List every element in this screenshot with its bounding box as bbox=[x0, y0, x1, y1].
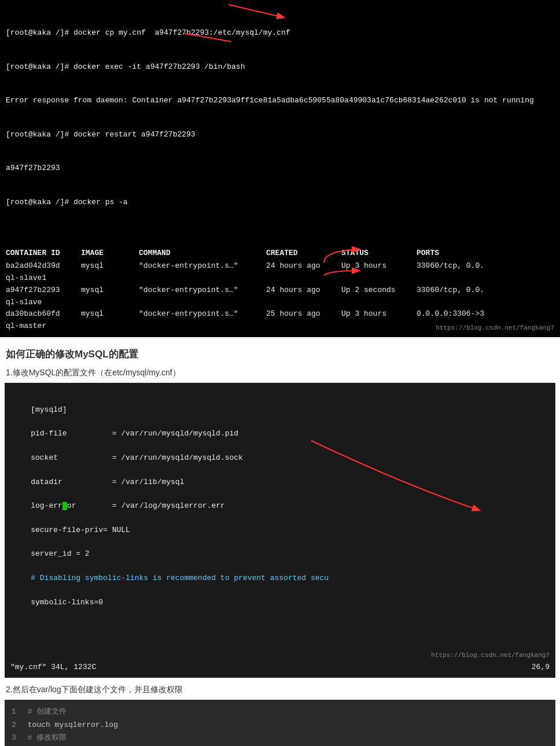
code-line-1: 1 # 创建文件 bbox=[5, 706, 555, 718]
docker-ps-table: CONTAINER ID IMAGE COMMAND CREATED STATU… bbox=[0, 246, 560, 338]
step1-label: 1.修改MySQL的配置文件（在etc/mysql/my.cnf） bbox=[6, 368, 554, 378]
section1-title: 如何正确的修改MySQL的配置 bbox=[6, 348, 554, 361]
line-num-3: 3 bbox=[5, 732, 23, 744]
code-table: 1 # 创建文件 2 touch mysqlerror.log 3 # 修改权限… bbox=[5, 706, 555, 746]
docker-watermark: https://blog.csdn.net/fangkang7 bbox=[436, 323, 554, 334]
vim-editor-container: [mysqld] pid-file = /var/run/mysqld/mysq… bbox=[5, 383, 555, 678]
terminal-line-6: [root@kaka /]# docker ps -a bbox=[6, 197, 554, 208]
vim-cursor-pos: 26,9 bbox=[532, 662, 550, 674]
step2-label: 2.然后在var/log下面创建这个文件，并且修改权限 bbox=[6, 685, 554, 695]
terminal-line-1: [root@kaka /]# docker cp my.cnf a947f27b… bbox=[6, 27, 554, 39]
docker-ps-header: CONTAINER ID IMAGE COMMAND CREATED STATU… bbox=[6, 248, 554, 261]
code-line-2: 2 touch mysqlerror.log bbox=[5, 719, 555, 732]
docker-row-1: ba2ad042d39d mysql "docker-entrypoint.s…… bbox=[6, 260, 554, 285]
vim-watermark: https://blog.csdn.net/fangkang7 bbox=[431, 651, 550, 661]
terminal-line-2: [root@kaka /]# docker exec -it a947f27b2… bbox=[6, 61, 554, 73]
line-num-2: 2 bbox=[5, 719, 23, 732]
code-block: 1 # 创建文件 2 touch mysqlerror.log 3 # 修改权限… bbox=[5, 700, 555, 746]
vim-status-line: "my.cnf" 34L, 1232C bbox=[10, 662, 96, 674]
terminal-line-3: Error response from daemon: Container a9… bbox=[6, 95, 554, 106]
terminal-line-4: [root@kaka /]# docker restart a947f27b22… bbox=[6, 129, 554, 141]
svg-line-0 bbox=[229, 5, 283, 17]
docker-row-2: a947f27b2293 mysql "docker-entrypoint.s…… bbox=[6, 285, 554, 309]
code-block-container: 1 # 创建文件 2 touch mysqlerror.log 3 # 修改权限… bbox=[5, 700, 555, 746]
terminal-line-5: a947f27b2293 bbox=[6, 163, 554, 174]
vim-cursor bbox=[62, 502, 67, 510]
vim-editor: [mysqld] pid-file = /var/run/mysqld/mysq… bbox=[5, 383, 555, 678]
line-num-1: 1 bbox=[5, 706, 23, 718]
code-line-3: 3 # 修改权限 bbox=[5, 732, 555, 744]
top-terminal: [root@kaka /]# docker cp my.cnf a947f27b… bbox=[0, 0, 560, 246]
